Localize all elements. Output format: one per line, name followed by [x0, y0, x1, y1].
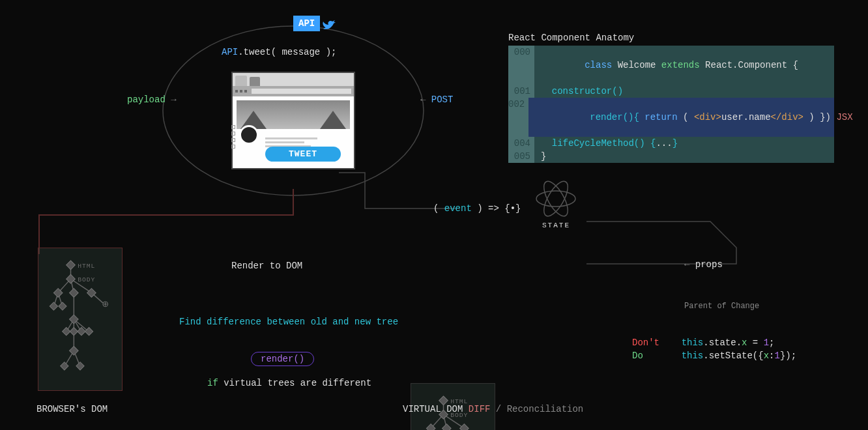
browsers-dom-label: BROWSER's DOM	[36, 404, 108, 414]
tweet-button[interactable]: TWEET	[265, 147, 341, 162]
props-label: ← props	[684, 259, 723, 270]
payload-label: payload →	[127, 94, 177, 105]
svg-rect-32	[78, 327, 85, 335]
svg-rect-25	[59, 302, 66, 310]
svg-rect-35	[61, 362, 68, 370]
render-to-dom-label: Render to DOM	[231, 261, 302, 271]
api-badge: API	[293, 16, 320, 31]
twitter-bird-icon	[322, 18, 338, 31]
svg-rect-34	[69, 346, 78, 355]
atom-icon	[533, 176, 579, 222]
dont-line: Don't this.state.x = 1;	[632, 337, 775, 348]
render-pill: render()	[251, 352, 314, 366]
parent-of-change-label: Parent of Change	[684, 302, 759, 311]
svg-rect-30	[63, 327, 70, 335]
svg-rect-57	[442, 424, 451, 430]
svg-rect-33	[85, 327, 93, 335]
post-label: ← POST	[420, 94, 453, 105]
anatomy-title: React Component Anatomy	[508, 33, 834, 43]
svg-text:HTML: HTML	[78, 263, 95, 270]
svg-rect-22	[69, 289, 78, 298]
svg-rect-24	[50, 302, 57, 310]
state-label: STATE	[542, 222, 570, 229]
browser-dom-box: HTML BODY	[38, 248, 123, 391]
svg-rect-19	[66, 261, 76, 270]
if-different-label: if virtual trees are different	[207, 378, 371, 388]
svg-rect-58	[460, 424, 469, 430]
find-diff-label: Find difference between old and new tree	[179, 317, 398, 327]
svg-text:BODY: BODY	[78, 276, 95, 283]
do-line: Do this.setState({x:1});	[632, 351, 796, 361]
avatar-icon	[239, 125, 259, 145]
virtual-dom-label: VIRTUAL DOM DIFF / Reconciliation	[403, 404, 583, 414]
svg-rect-31	[70, 327, 78, 335]
api-call-text: API.tweet( message );	[222, 47, 336, 57]
anatomy-block: React Component Anatomy 000 class Welcom…	[508, 33, 834, 163]
browser-toolbar	[233, 86, 354, 96]
event-handler-label: ( event ) => {•}	[433, 203, 521, 214]
browser-mock: TWEET	[231, 72, 355, 169]
svg-rect-36	[76, 362, 84, 370]
svg-point-1	[536, 191, 575, 207]
